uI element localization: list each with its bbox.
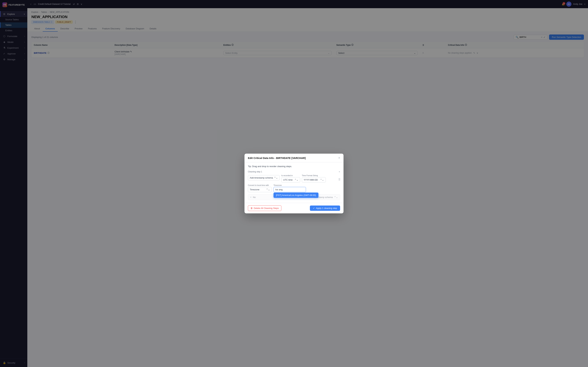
timestamp-schema-select[interactable]: Add timestamp schema ⌃⌄ (248, 175, 280, 180)
convert-type-select[interactable]: Timezone ⌃⌄ (248, 187, 272, 192)
convert-type-chevron: ⌃⌄ (266, 188, 270, 191)
time-format-chevron: ⌃⌄ (320, 179, 324, 181)
field-recorded-label: Is recorded in (281, 175, 300, 176)
apply-cleaning-step-button[interactable]: ✓ Apply 1 cleaning step (310, 206, 340, 211)
delete-all-cleaning-steps-button[interactable]: 🗑 Delete All Cleaning Steps (248, 205, 281, 211)
timestamp-schema-chevron: ⌃⌄ (274, 176, 278, 179)
utc-time-chevron: ⌃⌄ (294, 179, 298, 181)
timezone-input-wrapper: [PST] America/Los Angeles (GMT-08:00) (274, 187, 306, 192)
convert-type-value: Timezone (250, 188, 260, 191)
apply-check-icon: ✓ (313, 207, 315, 209)
delete-icon: 🗑 (251, 207, 253, 209)
timezone-label: Timezone (274, 184, 306, 186)
cleaning-step-label: Cleaning step 1 (248, 171, 262, 173)
partial-close-icon[interactable]: × (250, 196, 252, 199)
field-group-format: Time Format String YYYY-MM-DD ⌃⌄ (302, 175, 326, 183)
partial-chevron: ⌃⌄ (334, 196, 338, 199)
time-format-select[interactable]: YYYY-MM-DD ⌃⌄ (302, 177, 326, 183)
modal-title: Edit Critical Data Info - BIRTHDATE [VAR… (248, 157, 306, 159)
cleaning-step-close-button[interactable]: × (339, 170, 340, 173)
edit-critical-data-modal: Edit Critical Data Info - BIRTHDATE [VAR… (244, 154, 344, 213)
cleaning-step-fields: Add timestamp schema ⌃⌄ Is recorded in U… (248, 175, 337, 183)
field-group-timezone: Timezone [PST] America/Los Angeles (GMT-… (274, 184, 306, 192)
drag-handle[interactable] (339, 175, 340, 180)
modal-tip: Tip: Drag and drop to reorder cleaning s… (248, 165, 340, 168)
cleaning-step-row: Add timestamp schema ⌃⌄ Is recorded in U… (248, 175, 340, 183)
field-group-recorded: Is recorded in UTC time ⌃⌄ (281, 175, 300, 183)
apply-label: Apply 1 cleaning step (316, 207, 337, 209)
modal-footer: 🗑 Delete All Cleaning Steps ✓ Apply 1 cl… (244, 203, 344, 213)
partial-no-text: No (253, 196, 256, 199)
modal-header: Edit Critical Data Info - BIRTHDATE [VAR… (244, 154, 344, 162)
utc-time-value: UTC time (283, 179, 293, 181)
field-group-type: Add timestamp schema ⌃⌄ (248, 175, 280, 183)
field-group-convert: Convert to local time with Timezone ⌃⌄ (248, 184, 272, 192)
time-format-value: YYYY-MM-DD (304, 179, 318, 181)
delete-label: Delete All Cleaning Steps (254, 207, 279, 209)
convert-label: Convert to local time with (248, 184, 272, 186)
timestamp-schema-value: Add timestamp schema (250, 176, 273, 179)
modal-close-button[interactable]: × (338, 156, 340, 159)
utc-time-select[interactable]: UTC time ⌃⌄ (281, 177, 300, 183)
cleaning-step-header: Cleaning step 1 × (248, 170, 340, 173)
modal-overlay[interactable]: Edit Critical Data Info - BIRTHDATE [VAR… (0, 0, 588, 367)
field-format-label: Time Format String (302, 175, 326, 176)
timezone-input[interactable] (274, 187, 306, 192)
modal-body: Tip: Drag and drop to reorder cleaning s… (244, 162, 344, 203)
timezone-dropdown-option[interactable]: [PST] America/Los Angeles (GMT-08:00) (274, 192, 319, 198)
timezone-row: Convert to local time with Timezone ⌃⌄ T… (248, 184, 340, 192)
